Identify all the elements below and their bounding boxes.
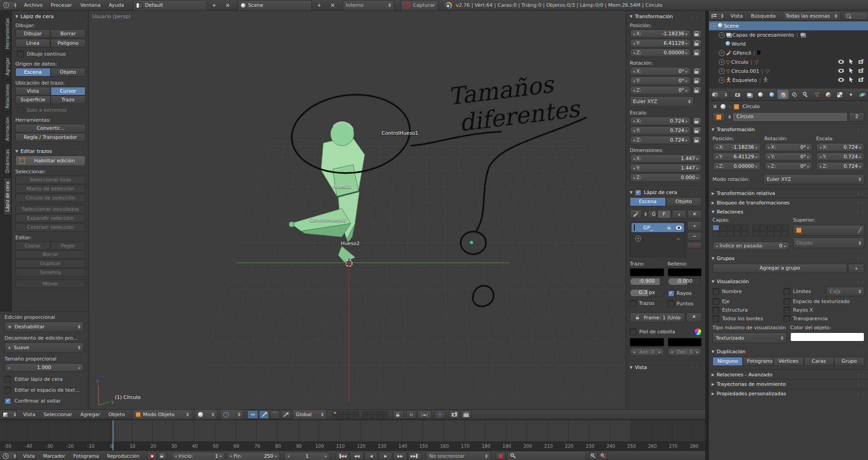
restrict-select-icon[interactable]	[849, 77, 854, 84]
number-field[interactable]: ◂Y:6.41129▸	[712, 152, 761, 161]
sync-dropdown[interactable]: No sincronizar	[426, 451, 491, 460]
display-checkbox[interactable]	[783, 288, 790, 295]
drag-handle-icon[interactable]: ＝	[676, 236, 680, 242]
decrement-arrow-icon[interactable]: ◂	[633, 119, 635, 123]
layer-cell[interactable]	[373, 415, 377, 418]
panel-drag-dots-icon[interactable]: ⋮⋮	[690, 14, 699, 19]
tool-button[interactable]: Simetría	[15, 268, 85, 277]
layer-cell[interactable]	[373, 411, 377, 414]
decrement-arrow-icon[interactable]: ◂	[633, 88, 635, 93]
duplication-option[interactable]: Fotogramas	[743, 357, 773, 366]
increment-arrow-icon[interactable]: ▸	[685, 79, 688, 83]
max-draw-type-dropdown[interactable]: Texturizado	[712, 332, 787, 343]
number-field[interactable]: ◂Z:0.00000▸	[630, 48, 691, 57]
auto-keyframe-icon[interactable]	[147, 452, 157, 460]
tool-button[interactable]: Polígono	[51, 39, 85, 47]
screen-layout-selector[interactable]: Default	[133, 0, 207, 11]
thickness-slider[interactable]: G:3 px	[630, 289, 664, 297]
number-field[interactable]: ◂Y:1.447▸	[630, 164, 702, 172]
tool-button[interactable]: Seleccionar vinculados	[15, 205, 85, 213]
layer-cell[interactable]	[349, 411, 354, 414]
properties-tab-modifiers[interactable]	[800, 90, 811, 99]
decrement-arrow-icon[interactable]: ◂	[716, 155, 718, 159]
tool-button[interactable]: Convertir...	[15, 124, 85, 133]
decrement-arrow-icon[interactable]: ◂	[819, 155, 821, 159]
panel-drag-dots-icon[interactable]: ⋮⋮	[856, 392, 865, 396]
draw-points-checkbox[interactable]	[668, 300, 675, 307]
gp-panel-header[interactable]: ▼ Lápiz de cera ⋮⋮	[15, 12, 85, 21]
continuous-drawing-checkbox[interactable]	[17, 51, 24, 57]
tool-button[interactable]: Pegar	[51, 242, 85, 250]
app-menu-ayuda[interactable]: Ayuda	[105, 2, 128, 8]
decrement-arrow-icon[interactable]: ◂	[8, 365, 10, 370]
manipulator-toggle-button[interactable]: ↔	[247, 410, 258, 419]
record-button[interactable]	[495, 452, 505, 460]
timeline-menu-vista[interactable]: Vista	[19, 453, 39, 459]
layer-cell[interactable]	[741, 225, 748, 231]
increment-arrow-icon[interactable]: ▸	[755, 164, 758, 169]
number-field[interactable]: ◂X:1.447▸	[630, 154, 702, 163]
increment-arrow-icon[interactable]: ▸	[859, 155, 861, 159]
current-frame-line[interactable]	[113, 420, 113, 451]
rotation-mode-dropdown[interactable]: Euler XYZ	[630, 96, 694, 107]
delete-keyframe-icon[interactable]	[599, 452, 608, 460]
lock-toggle-icon[interactable]	[693, 77, 702, 85]
frame-lock-button[interactable]: Frame: 1 (Unlock...	[630, 313, 685, 322]
lock-toggle-icon[interactable]	[693, 39, 702, 47]
toolshelf-tab[interactable]: Animación	[4, 114, 11, 145]
layer-cell[interactable]	[782, 225, 788, 231]
unchecked-checkbox[interactable]	[5, 387, 11, 394]
frame-delete-button[interactable]: ✕	[686, 313, 702, 322]
layer-cell[interactable]	[354, 415, 359, 418]
restrict-render-icon[interactable]	[859, 59, 864, 65]
number-field[interactable]: ◂X:0.724▸	[816, 143, 864, 152]
increment-arrow-icon[interactable]: ▸	[755, 145, 758, 150]
properties-tab-physics[interactable]	[857, 90, 868, 99]
keying-set-field[interactable]	[507, 451, 586, 460]
checked-checkbox[interactable]: ✓	[5, 398, 11, 404]
viewport-3d[interactable]: Tamaños diferentes z y Usuario (persp) (…	[89, 11, 626, 409]
tool-button[interactable]: Copiar	[15, 242, 50, 250]
number-field[interactable]: ◂X:0.724▸	[630, 117, 691, 125]
layer-cell[interactable]	[362, 415, 367, 418]
layer-cell[interactable]	[760, 231, 767, 237]
gp-layer-row[interactable]: GP_	[632, 223, 684, 232]
panel-drag-dots-icon[interactable]: ⋮⋮	[74, 14, 83, 19]
increment-arrow-icon[interactable]: ▸	[685, 41, 688, 46]
decrement-arrow-icon[interactable]: ◂	[633, 69, 635, 74]
jump-to-start-button[interactable]: ▐◀◀	[335, 452, 349, 460]
outliner-menu-búsqueda[interactable]: Búsqueda	[747, 13, 780, 19]
timeline-band[interactable]	[0, 420, 705, 441]
layer-cell[interactable]	[332, 411, 337, 414]
panel-drag-dots-icon[interactable]: ⋮⋮	[856, 373, 865, 377]
enable-editing-button[interactable]: Habilitar edición	[15, 156, 85, 166]
transform-panel-header[interactable]: ▼ Transformación ⋮⋮	[709, 125, 868, 134]
tool-button[interactable]: Regla / Transportador	[15, 133, 85, 142]
editor-type-selector[interactable]	[712, 90, 728, 99]
lock-toggle-icon[interactable]	[693, 30, 702, 38]
restrict-view-icon[interactable]	[838, 59, 844, 65]
groups-panel-header[interactable]: ▼ Grupos ⋮⋮	[709, 254, 868, 263]
restrict-render-icon[interactable]	[859, 68, 864, 74]
increment-arrow-icon[interactable]: ▸	[685, 128, 688, 133]
properties-tab-texture[interactable]	[834, 90, 845, 99]
outliner-row[interactable]: ＋▽Círculo|▽	[709, 57, 868, 66]
layer-cell[interactable]	[332, 415, 337, 418]
layer-cell[interactable]	[367, 411, 372, 414]
properties-tab-scene[interactable]	[755, 90, 766, 99]
increment-arrow-icon[interactable]: ▸	[755, 155, 758, 159]
tool-button[interactable]: Dibujar	[15, 29, 50, 38]
toolshelf-tab[interactable]: Dinámicas	[4, 146, 11, 176]
layer-cell[interactable]	[734, 225, 741, 231]
proportional-edit-dropdown[interactable]: Deshabilitar	[5, 322, 84, 332]
pivot-dropdown[interactable]	[220, 409, 244, 420]
onion-skin-checkbox[interactable]	[630, 328, 637, 335]
increment-arrow-icon[interactable]: ▸	[859, 164, 861, 169]
stroke-color-swatch[interactable]	[630, 268, 664, 276]
fake-user-button[interactable]: F	[657, 210, 671, 218]
transform-panel-header[interactable]: ▼ Transformación ⋮⋮	[630, 12, 702, 21]
fill-color-swatch[interactable]	[668, 268, 702, 276]
render-opengl-icon[interactable]	[449, 410, 460, 419]
layer-cell[interactable]	[383, 415, 388, 418]
layer-cell[interactable]	[720, 225, 726, 231]
